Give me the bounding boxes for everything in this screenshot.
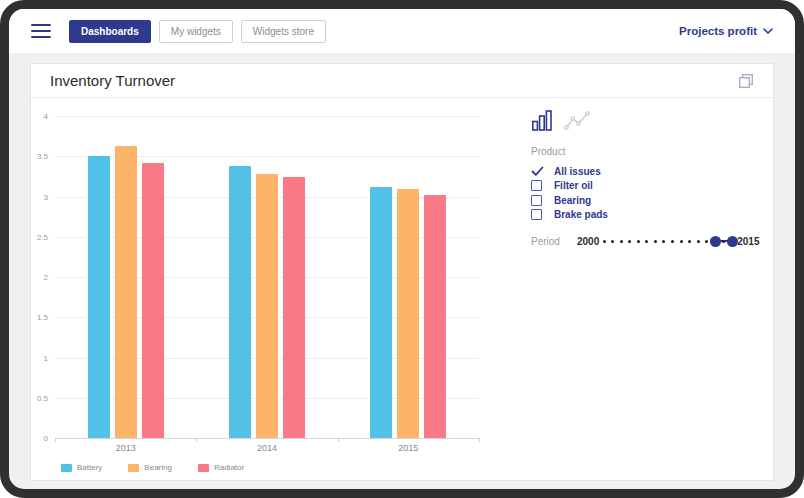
dashboard-selector[interactable]: Projects profit [679, 25, 777, 37]
y-axis-tick-label: 1 [44, 353, 55, 362]
card-header: Inventory Turnover [31, 64, 773, 98]
tab-my-widgets[interactable]: My widgets [159, 20, 233, 43]
product-option-label: Filter oil [554, 180, 593, 191]
checkbox-wrap [531, 209, 546, 220]
period-slider-handle-2015[interactable] [727, 236, 738, 247]
product-options: All issuesFilter oilBearingBrake pads [531, 164, 767, 222]
period-slider-dot-2014 [722, 240, 725, 243]
period-slider-dot-2008 [671, 240, 674, 243]
period-end-year: 2015 [737, 236, 759, 247]
y-axis-tick-label: 0.5 [37, 393, 55, 402]
topbar: DashboardsMy widgetsWidgets store Projec… [9, 9, 795, 53]
bar-radiator-2014[interactable] [283, 177, 305, 438]
period-slider-dot-2004 [637, 240, 640, 243]
card-body: 43.532.521.510.50 201320142015 BatteryBe… [31, 98, 773, 480]
dashboard-selector-label: Projects profit [679, 25, 757, 37]
topbar-tabs: DashboardsMy widgetsWidgets store [69, 20, 326, 43]
period-slider-dot-2010 [688, 240, 691, 243]
bar-bearing-2013[interactable] [115, 146, 137, 438]
legend-label: Radiator [214, 463, 244, 472]
x-axis-tick [55, 438, 56, 442]
y-axis-tick-label: 3.5 [37, 152, 55, 161]
window-frame: DashboardsMy widgetsWidgets store Projec… [0, 0, 804, 498]
bar-bearing-2014[interactable] [256, 174, 278, 438]
x-axis-tick [196, 438, 197, 442]
period-slider-handle-2013[interactable] [710, 236, 721, 247]
period-slider-dot-2001 [611, 240, 614, 243]
checked-indicator [531, 166, 546, 177]
product-option-bearing[interactable]: Bearing [531, 193, 767, 208]
inventory-turnover-card: Inventory Turnover 43.532.521.510.50 201… [30, 63, 774, 481]
chart-plot-area: 43.532.521.510.50 [55, 116, 479, 439]
period-label: Period [531, 236, 577, 247]
period-slider[interactable] [604, 235, 732, 247]
y-axis-tick-label: 0 [44, 434, 55, 443]
x-axis-label-2014: 2014 [196, 443, 337, 453]
bar-battery-2013[interactable] [88, 156, 110, 438]
checkbox-unchecked[interactable] [531, 180, 542, 191]
chart-controls-panel: Product All issuesFilter oilBearingBrake… [531, 110, 767, 247]
chart-legend: BatteryBearingRadiator [61, 463, 509, 472]
y-axis-tick-label: 1.5 [37, 313, 55, 322]
legend-swatch [61, 464, 72, 472]
y-axis-tick-label: 2 [44, 273, 55, 282]
line-chart-icon[interactable] [564, 111, 590, 131]
legend-swatch [128, 464, 139, 472]
x-axis-tick [479, 438, 480, 442]
y-axis-tick-label: 2.5 [37, 232, 55, 241]
legend-item-bearing[interactable]: Bearing [128, 463, 172, 472]
bar-battery-2014[interactable] [229, 166, 251, 438]
bar-group-2015 [338, 116, 479, 438]
product-option-brake-pads[interactable]: Brake pads [531, 208, 767, 223]
x-axis-label-2015: 2015 [338, 443, 479, 453]
legend-swatch [198, 464, 209, 472]
dashboard-body: Inventory Turnover 43.532.521.510.50 201… [9, 53, 795, 489]
x-axis-labels: 201320142015 [55, 439, 479, 453]
checkbox-wrap [531, 195, 546, 206]
legend-item-radiator[interactable]: Radiator [198, 463, 244, 472]
bar-group-2014 [196, 116, 337, 438]
product-option-label: All issues [554, 166, 601, 177]
bar-chart: 43.532.521.510.50 201320142015 BatteryBe… [31, 98, 509, 472]
bar-radiator-2013[interactable] [142, 163, 164, 438]
bar-radiator-2015[interactable] [424, 195, 446, 438]
period-slider-dot-2003 [628, 240, 631, 243]
bar-battery-2015[interactable] [370, 187, 392, 438]
period-control: Period 2000 2015 [531, 235, 767, 247]
copy-icon[interactable] [738, 73, 754, 89]
period-slider-dot-2012 [705, 240, 708, 243]
y-axis-tick-label: 3 [44, 192, 55, 201]
period-slider-dot-2006 [654, 240, 657, 243]
x-axis-label-2013: 2013 [55, 443, 196, 453]
period-slider-dot-2011 [697, 240, 700, 243]
chart-type-switcher [531, 110, 767, 131]
product-label: Product [531, 146, 767, 157]
bar-groups [55, 116, 479, 438]
period-slider-dot-2002 [620, 240, 623, 243]
product-option-all-issues[interactable]: All issues [531, 164, 767, 179]
bar-group-2013 [55, 116, 196, 438]
x-axis-tick [338, 438, 339, 442]
period-slider-dot-2000 [603, 240, 606, 243]
period-slider-dot-2005 [645, 240, 648, 243]
bar-bearing-2015[interactable] [397, 189, 419, 438]
legend-item-battery[interactable]: Battery [61, 463, 102, 472]
legend-label: Battery [77, 463, 102, 472]
period-slider-dot-2007 [662, 240, 665, 243]
product-option-filter-oil[interactable]: Filter oil [531, 179, 767, 194]
period-start-year: 2000 [577, 236, 599, 247]
checkbox-unchecked[interactable] [531, 195, 542, 206]
hamburger-menu-icon[interactable] [31, 24, 51, 39]
checkbox-unchecked[interactable] [531, 209, 542, 220]
chevron-down-icon [763, 28, 773, 34]
checkbox-wrap [531, 180, 546, 191]
card-title: Inventory Turnover [50, 72, 175, 89]
bar-chart-icon[interactable] [531, 110, 553, 131]
product-option-label: Brake pads [554, 209, 608, 220]
legend-label: Bearing [144, 463, 172, 472]
tab-dashboards[interactable]: Dashboards [69, 20, 151, 43]
tab-widgets-store[interactable]: Widgets store [241, 20, 326, 43]
y-axis-tick-label: 4 [44, 112, 55, 121]
product-option-label: Bearing [554, 195, 591, 206]
checkmark-icon [531, 166, 544, 177]
